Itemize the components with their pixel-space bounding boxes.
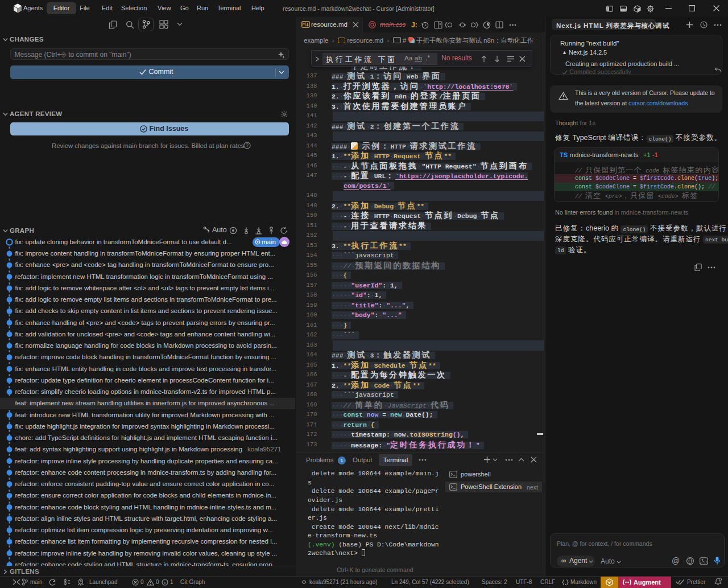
svg-text:?: ? [246, 142, 249, 148]
